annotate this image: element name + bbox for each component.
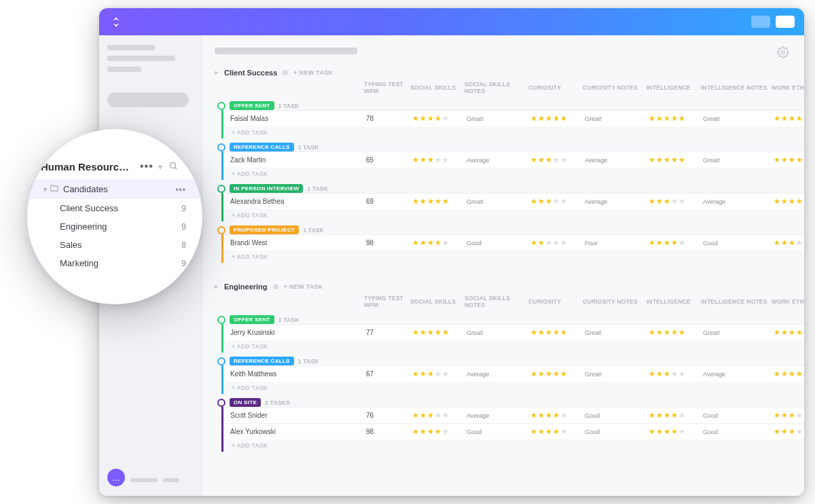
cell-note: Great! xyxy=(585,371,649,378)
cell-note: Average xyxy=(703,371,774,378)
star-rating: ★★★★★ xyxy=(649,239,703,247)
cell-note: Average xyxy=(467,412,530,419)
task-row[interactable]: Alexandra Bethea 69 ★★★★★Great! ★★★★★Ave… xyxy=(223,193,804,209)
status-group-header[interactable]: ON SITE 2 TASKS xyxy=(215,398,804,407)
cell-note: Good xyxy=(467,240,530,247)
task-name: Brandi West xyxy=(230,239,366,247)
task-row[interactable]: Alex Yurkowski 98 ★★★★★Good ★★★★★Good ★★… xyxy=(223,423,804,439)
sidebar-placeholder xyxy=(163,478,179,482)
add-task-button[interactable]: + ADD TASK xyxy=(223,209,804,221)
status-group-header[interactable]: REFERENCE CALLS 1 TASK xyxy=(215,357,804,365)
section-title[interactable]: Client Success xyxy=(224,69,277,77)
sidebar-list-item[interactable]: Marketing 9 xyxy=(27,254,202,272)
status-group-header[interactable]: OFFER SENT 1 TASK xyxy=(215,315,804,324)
star-rating: ★★★★★ xyxy=(774,239,804,247)
folder-icon xyxy=(50,183,59,195)
add-task-button[interactable]: + ADD TASK xyxy=(223,251,804,263)
cell-note: Great! xyxy=(467,198,530,205)
star-rating: ★★★★★ xyxy=(530,198,585,205)
folder-candidates[interactable]: ▾ Candidates ••• xyxy=(27,179,202,199)
task-name: Zack Martin xyxy=(230,156,366,164)
space-title[interactable]: Human Resourc… xyxy=(41,161,136,173)
list-count: 8 xyxy=(181,240,186,250)
list-count: 9 xyxy=(181,259,186,268)
sidebar-list-item[interactable]: Client Success 9 xyxy=(27,199,202,217)
search-icon[interactable] xyxy=(168,161,178,173)
star-rating: ★★★★★ xyxy=(774,329,804,336)
star-rating: ★★★★★ xyxy=(649,156,703,164)
status-group-header[interactable]: REFERENCE CALLS 1 TASK xyxy=(215,143,804,151)
star-rating: ★★★★★ xyxy=(649,412,703,419)
star-rating: ★★★★★ xyxy=(412,156,467,164)
sidebar-list-item[interactable]: Engineering 9 xyxy=(27,217,202,236)
window-control[interactable] xyxy=(751,16,770,28)
star-rating: ★★★★★ xyxy=(412,198,467,205)
star-rating: ★★★★★ xyxy=(649,115,703,122)
list-label: Sales xyxy=(60,240,82,250)
task-row[interactable]: Scott Snider 76 ★★★★★Average ★★★★★Good ★… xyxy=(223,407,804,423)
more-icon[interactable]: ••• xyxy=(175,185,186,194)
cell-note: Average xyxy=(703,198,774,205)
star-rating: ★★★★★ xyxy=(649,329,703,336)
new-task-button[interactable]: + NEW TASK xyxy=(284,283,323,290)
status-group-header[interactable]: IN PERSON INTERVIEW 1 TASK xyxy=(215,184,804,193)
new-task-button[interactable]: + NEW TASK xyxy=(293,69,333,76)
star-rating: ★★★★★ xyxy=(649,428,703,435)
status-tag: ON SITE xyxy=(230,398,261,407)
cell-note: Good xyxy=(703,412,774,419)
cell-note: Average xyxy=(467,371,530,378)
add-task-button[interactable]: + ADD TASK xyxy=(223,168,804,180)
sidebar-list-item[interactable]: Sales 8 xyxy=(27,236,202,254)
star-rating: ★★★★★ xyxy=(530,329,585,336)
status-group-header[interactable]: OFFER SENT 1 TASK xyxy=(215,101,804,110)
star-rating: ★★★★★ xyxy=(774,115,804,122)
star-rating: ★★★★★ xyxy=(774,156,804,164)
star-rating: ★★★★★ xyxy=(649,370,703,378)
status-circle-icon xyxy=(217,399,225,407)
task-row[interactable]: Jerry Krusinski 77 ★★★★★Great! ★★★★★Grea… xyxy=(223,324,804,340)
status-tag: REFERENCE CALLS xyxy=(230,143,294,151)
task-name: Jerry Krusinski xyxy=(230,329,366,336)
cell-note: Average xyxy=(585,198,649,205)
task-row[interactable]: Faisal Malas 78 ★★★★★Great! ★★★★★Great! … xyxy=(223,110,804,126)
window-control[interactable] xyxy=(776,16,795,28)
cell-note: Good xyxy=(467,429,530,435)
add-task-button[interactable]: + ADD TASK xyxy=(223,340,804,353)
add-task-button[interactable]: + ADD TASK xyxy=(223,439,804,452)
chevron-down-icon: ▾ xyxy=(43,185,47,193)
sidebar-placeholder xyxy=(130,478,158,482)
gear-icon[interactable] xyxy=(777,46,789,61)
task-count: 1 TASK xyxy=(278,103,300,109)
column-headers: TYPING TEST WPMSOCIAL SKILLSSOCIAL SKILL… xyxy=(215,79,804,97)
task-row[interactable]: Zack Martin 65 ★★★★★Average ★★★★★Average… xyxy=(223,151,804,168)
more-icon[interactable]: ••• xyxy=(140,160,153,173)
add-task-button[interactable]: + ADD TASK xyxy=(223,126,804,139)
status-circle-icon xyxy=(217,102,225,110)
status-circle-icon xyxy=(217,357,225,365)
star-rating: ★★★★★ xyxy=(530,115,585,122)
list-count: 9 xyxy=(181,222,186,232)
cell-wpm: 98 xyxy=(366,239,412,247)
svg-point-1 xyxy=(170,162,175,168)
cell-note: Average xyxy=(585,157,649,164)
section-title[interactable]: Engineering xyxy=(224,283,268,291)
star-rating: ★★★★★ xyxy=(530,239,585,247)
task-count: 2 TASKS xyxy=(265,399,290,406)
cell-note: Good xyxy=(585,412,649,419)
chat-icon[interactable]: … xyxy=(107,469,125,486)
task-row[interactable]: Brandi West 98 ★★★★★Good ★★★★★Poor ★★★★★… xyxy=(223,234,804,251)
add-task-button[interactable]: + ADD TASK xyxy=(223,382,804,394)
sidebar-search-placeholder[interactable] xyxy=(107,92,189,107)
task-row[interactable]: Keith Matthews 67 ★★★★★Average ★★★★★Grea… xyxy=(223,365,804,382)
status-tag: PROPOSED PROJECT xyxy=(230,226,299,234)
star-rating: ★★★★★ xyxy=(530,370,585,378)
star-rating: ★★★★★ xyxy=(530,428,585,435)
plus-icon[interactable]: + xyxy=(158,161,163,173)
star-rating: ★★★★★ xyxy=(530,412,585,419)
star-rating: ★★★★★ xyxy=(412,370,467,378)
cell-wpm: 98 xyxy=(366,428,412,435)
star-rating: ★★★★★ xyxy=(774,428,804,435)
column-headers: TYPING TEST WPMSOCIAL SKILLSSOCIAL SKILL… xyxy=(215,293,804,311)
status-group-header[interactable]: PROPOSED PROJECT 1 TASK xyxy=(215,226,804,234)
task-count: 1 TASK xyxy=(298,358,319,365)
